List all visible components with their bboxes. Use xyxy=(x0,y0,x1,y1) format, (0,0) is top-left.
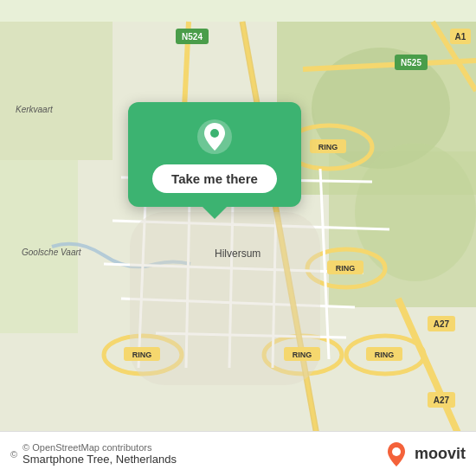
svg-text:RING: RING xyxy=(318,143,338,151)
moovit-pin-icon xyxy=(383,441,410,468)
popup-card: Take me there xyxy=(128,102,301,207)
svg-text:A27: A27 xyxy=(434,396,450,405)
take-me-there-button[interactable]: Take me there xyxy=(152,164,277,193)
map-container: N524 N525 A27 A27 A1 RING RING RING RING… xyxy=(0,0,476,476)
svg-rect-4 xyxy=(0,160,78,333)
copyright-icon: © xyxy=(10,449,17,460)
svg-text:RING: RING xyxy=(375,351,395,359)
svg-text:N525: N525 xyxy=(401,58,421,68)
svg-point-6 xyxy=(355,143,476,281)
svg-point-54 xyxy=(392,447,401,456)
location-pin-icon xyxy=(196,118,234,156)
svg-text:N524: N524 xyxy=(182,32,203,42)
svg-text:RING: RING xyxy=(336,264,356,273)
svg-text:Goolsche Vaart: Goolsche Vaart xyxy=(22,248,82,257)
copyright-text: © OpenStreetMap contributors xyxy=(23,442,177,453)
svg-text:Kerkvaart: Kerkvaart xyxy=(16,105,54,114)
bottom-left-info: © © OpenStreetMap contributors Smartphon… xyxy=(10,442,177,466)
svg-text:RING: RING xyxy=(132,351,152,359)
bottom-bar: © © OpenStreetMap contributors Smartphon… xyxy=(0,431,476,476)
moovit-text: moovit xyxy=(415,445,466,463)
moovit-logo: moovit xyxy=(383,441,466,468)
svg-text:RING: RING xyxy=(293,351,312,359)
location-label: Smartphone Tree, Netherlands xyxy=(23,453,177,466)
svg-point-53 xyxy=(210,129,219,138)
svg-text:Hilversum: Hilversum xyxy=(215,248,261,260)
svg-text:A1: A1 xyxy=(455,32,466,42)
svg-rect-3 xyxy=(0,22,113,160)
svg-text:A27: A27 xyxy=(434,319,450,329)
